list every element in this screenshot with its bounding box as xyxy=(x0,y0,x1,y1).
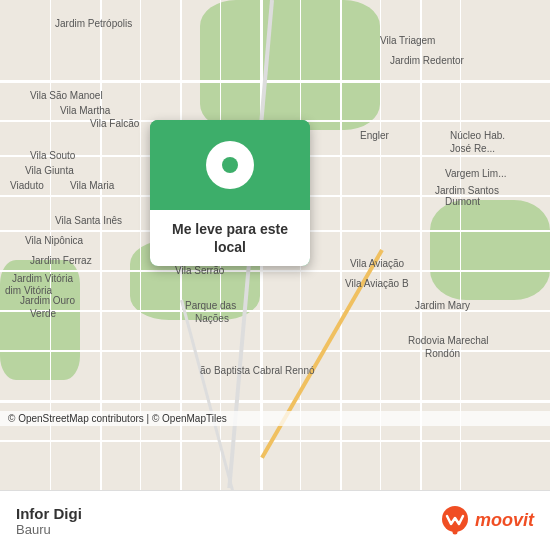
map-label: Vila Aviação B xyxy=(345,278,409,289)
moovit-icon-svg xyxy=(439,505,471,537)
green-area-top xyxy=(200,0,380,130)
map-label: Vila Giunta xyxy=(25,165,74,176)
map-label: Vila Serrão xyxy=(175,265,224,276)
map-label: Nações xyxy=(195,313,229,324)
green-area-right xyxy=(430,200,550,300)
copyright-bar: © OpenStreetMap contributors | © OpenMap… xyxy=(0,411,550,426)
map-label: Vila Martha xyxy=(60,105,110,116)
bottom-info: Infor Digi Bauru xyxy=(16,505,82,537)
map-label: Jardim Ouro xyxy=(20,295,75,306)
map-label: Viaduto xyxy=(10,180,44,191)
map-label: Jardim Vitória xyxy=(12,273,73,284)
map-label: Vila São Manoel xyxy=(30,90,103,101)
moovit-logo: moovit xyxy=(439,505,534,537)
map-label: Rodovia Marechal xyxy=(408,335,489,346)
map-label: Rondón xyxy=(425,348,460,359)
street-h9 xyxy=(0,400,550,403)
map-label: Dumont xyxy=(445,196,480,207)
popup-text-line2: local xyxy=(214,239,246,255)
map-label: Vila Falcão xyxy=(90,118,139,129)
map-label: Jardim Mary xyxy=(415,300,470,311)
map-label: Vargem Lim... xyxy=(445,168,507,179)
map-label: Jardim Ferraz xyxy=(30,255,92,266)
moovit-text: moovit xyxy=(475,510,534,531)
place-subtitle: Bauru xyxy=(16,522,82,537)
map-popup[interactable]: Me leve para este local xyxy=(150,120,310,266)
map-container: Jardim PetrópolisVila TriagemJardim Rede… xyxy=(0,0,550,490)
street-h8 xyxy=(0,350,550,352)
popup-pin-icon xyxy=(206,141,254,189)
map-label: Vila Souto xyxy=(30,150,75,161)
map-label: Parque das xyxy=(185,300,236,311)
map-label: Verde xyxy=(30,308,56,319)
map-label: Engler xyxy=(360,130,389,141)
place-title: Infor Digi xyxy=(16,505,82,522)
map-label: ão Baptista Cabral Rennó xyxy=(200,365,315,376)
copyright-text: © OpenStreetMap contributors | © OpenMap… xyxy=(8,413,227,424)
popup-icon-area xyxy=(150,120,310,210)
bottom-bar: Infor Digi Bauru moovit xyxy=(0,490,550,550)
popup-cta-text: Me leve para este local xyxy=(150,210,310,266)
popup-text-line1: Me leve para este xyxy=(172,221,288,237)
map-label: Jardim Santos xyxy=(435,185,499,196)
map-label: Vila Maria xyxy=(70,180,114,191)
street-h1 xyxy=(0,80,550,83)
map-label: Jardim Petrópolis xyxy=(55,18,132,29)
map-label: Núcleo Hab. xyxy=(450,130,505,141)
svg-point-1 xyxy=(452,529,457,534)
map-label: José Re... xyxy=(450,143,495,154)
map-label: Vila Santa Inês xyxy=(55,215,122,226)
street-h10 xyxy=(0,440,550,442)
map-label: Vila Triagem xyxy=(380,35,435,46)
street-h6 xyxy=(0,270,550,272)
map-label: Vila Nipônica xyxy=(25,235,83,246)
map-label: Vila Aviação xyxy=(350,258,404,269)
map-label: Jardim Redentor xyxy=(390,55,464,66)
